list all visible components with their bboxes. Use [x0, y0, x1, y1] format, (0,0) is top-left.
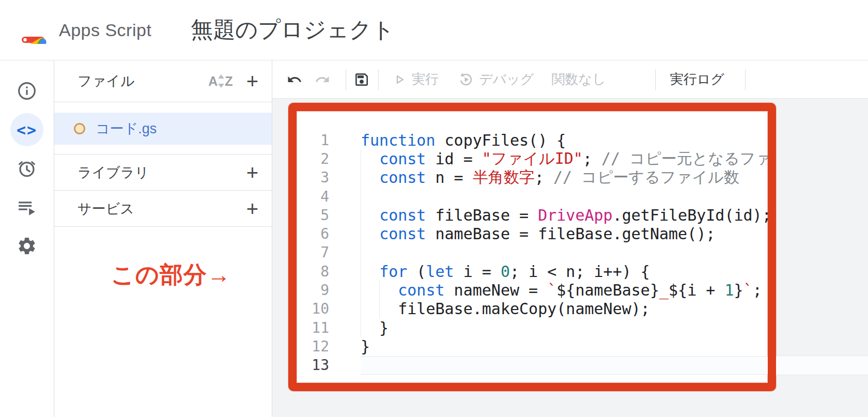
executions-nav-button[interactable]: [10, 191, 43, 224]
code-line[interactable]: 3 const n = 半角数字; // コピーするファイル数: [297, 168, 768, 187]
run-button[interactable]: 実行: [392, 70, 439, 88]
line-number: 4: [297, 188, 329, 205]
code-line[interactable]: 4: [297, 187, 768, 206]
indent-guide: [361, 243, 361, 262]
line-number: 8: [297, 263, 329, 280]
code-line[interactable]: 7: [297, 243, 768, 262]
indent-guide: [379, 300, 380, 318]
triggers-nav-button[interactable]: [10, 152, 43, 185]
toolbar-divider: [346, 69, 346, 90]
line-number: 10: [297, 300, 329, 317]
libraries-section: ライブラリ +: [54, 155, 272, 191]
line-number: 7: [297, 244, 329, 261]
line-number: 6: [297, 225, 329, 242]
add-library-button[interactable]: +: [246, 162, 258, 183]
triggers-clock-icon: [17, 158, 37, 179]
executions-icon: [17, 197, 37, 218]
indent-guide: [361, 168, 361, 187]
redo-icon: [315, 72, 330, 87]
code-line[interactable]: 9 const nameNew = `${nameBase}_${i + 1}`…: [297, 281, 768, 299]
project-title[interactable]: 無題のプロジェクト: [191, 15, 394, 45]
left-nav-rail: <>: [0, 60, 54, 417]
code-icon: <>: [17, 121, 37, 139]
app-name: Apps Script: [59, 20, 151, 40]
function-select[interactable]: 関数なし: [551, 70, 606, 88]
editor-nav-button[interactable]: <>: [10, 113, 43, 146]
current-line-highlight-extension: [776, 356, 868, 375]
code-line[interactable]: 2 const id = "ファイルID"; // コピー元となるファイルのID: [297, 149, 768, 168]
file-name: コード.gs: [96, 119, 157, 138]
info-icon: [17, 81, 37, 101]
add-service-button[interactable]: +: [246, 198, 258, 219]
toolbar-divider: [655, 69, 656, 90]
sort-az-icon[interactable]: A Z: [208, 74, 233, 89]
indent-guide: [361, 206, 361, 224]
code-line[interactable]: 6 const nameBase = fileBase.getName();: [297, 224, 768, 243]
code-line[interactable]: 10 fileBase.makeCopy(nameNew);: [297, 300, 768, 318]
code-line[interactable]: 1function copyFiles() {: [297, 131, 768, 149]
debug-label: デバッグ: [479, 70, 534, 88]
debug-icon: [458, 72, 474, 87]
execution-log-button[interactable]: 実行ログ: [670, 70, 724, 88]
apps-script-logo-icon: [20, 16, 51, 44]
settings-nav-button[interactable]: [10, 229, 43, 262]
code-line[interactable]: 13: [297, 356, 768, 375]
line-number: 9: [297, 282, 329, 299]
line-number: 1: [297, 132, 329, 149]
services-label: サービス: [78, 199, 134, 218]
libraries-label: ライブラリ: [78, 163, 149, 182]
function-select-label: 関数なし: [551, 70, 606, 88]
save-icon: [353, 71, 370, 88]
editor-pane: 実行 デバッグ 関数なし 実行ログ 1function copyFile: [272, 60, 868, 417]
debug-button[interactable]: デバッグ: [458, 70, 534, 88]
annotation-text: この部分→: [111, 259, 231, 290]
app-header: Apps Script 無題のプロジェクト: [0, 0, 868, 60]
indent-guide: [361, 149, 361, 168]
settings-gear-icon: [17, 236, 37, 256]
code-line[interactable]: 12}: [297, 337, 768, 356]
unsaved-indicator-icon: [74, 123, 85, 134]
save-button[interactable]: [353, 71, 370, 88]
line-number: 11: [297, 319, 329, 336]
overview-nav-button[interactable]: [10, 74, 43, 107]
file-row-selected[interactable]: コード.gs: [54, 113, 272, 145]
execution-log-label: 実行ログ: [670, 70, 724, 88]
file-list: コード.gs: [54, 102, 272, 155]
code-line[interactable]: 11 }: [297, 318, 768, 337]
line-number: 12: [297, 338, 329, 355]
editor-surface: 1function copyFiles() {2 const id = "ファイ…: [272, 98, 868, 417]
code-editor[interactable]: 1function copyFiles() {2 const id = "ファイ…: [297, 111, 768, 383]
sort-letter-a: A: [208, 74, 218, 89]
editor-toolbar: 実行 デバッグ 関数なし 実行ログ: [272, 60, 868, 98]
indent-guide: [361, 187, 361, 206]
sort-letter-z: Z: [225, 74, 233, 89]
main-layout: <> ファイル A Z: [0, 60, 868, 417]
line-number: 5: [297, 207, 329, 224]
line-number: 13: [297, 357, 329, 374]
add-file-button[interactable]: +: [246, 71, 258, 91]
code-line[interactable]: 5 const fileBase = DriveApp.getFileById(…: [297, 206, 768, 224]
files-header-row: ファイル A Z +: [54, 60, 272, 102]
indent-guide: [379, 281, 380, 299]
sort-arrows: [218, 74, 224, 88]
undo-button[interactable]: [287, 72, 302, 87]
indent-guide: [361, 224, 361, 243]
file-panel: ファイル A Z + コード.gs ライブラリ + サービス + この部分→: [54, 60, 272, 417]
run-play-icon: [392, 72, 407, 87]
indent-guide: [361, 300, 361, 318]
line-number: 3: [297, 169, 329, 186]
services-section: サービス +: [54, 191, 272, 227]
redo-button[interactable]: [315, 72, 330, 87]
toolbar-divider: [378, 69, 379, 90]
line-number: 2: [297, 150, 329, 167]
undo-icon: [287, 72, 302, 87]
indent-guide: [361, 281, 361, 299]
files-label: ファイル: [78, 72, 208, 90]
indent-guide: [361, 262, 361, 281]
run-label: 実行: [412, 70, 439, 88]
indent-guide: [361, 318, 361, 337]
annotated-code-frame: 1function copyFiles() {2 const id = "ファイ…: [288, 103, 776, 391]
code-line[interactable]: 8 for (let i = 0; i < n; i++) {: [297, 262, 768, 281]
toolbar-divider: [745, 69, 746, 90]
